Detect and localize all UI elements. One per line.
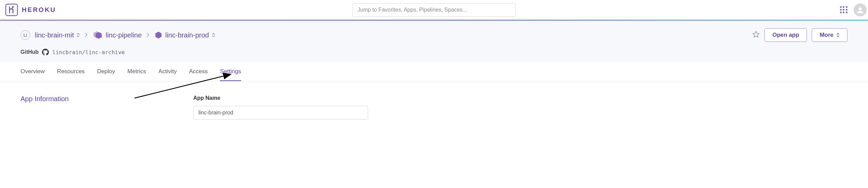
section-title-app-info: App Information	[20, 95, 193, 103]
section-sidebar: App Information	[20, 95, 193, 120]
favorite-star-button[interactable]	[752, 31, 760, 40]
search-input[interactable]	[352, 3, 516, 17]
tab-overview[interactable]: Overview	[20, 62, 45, 81]
more-button[interactable]: More	[812, 28, 848, 42]
app-hexagon-icon	[154, 31, 163, 39]
breadcrumb-org-label: linc-brain-mit	[35, 31, 74, 39]
github-link-row: GitHub lincbrain/linc-archive	[20, 49, 848, 56]
app-name-label: App Name	[193, 95, 848, 101]
global-search	[352, 3, 516, 17]
tab-metrics[interactable]: Metrics	[127, 62, 146, 81]
github-icon	[42, 49, 49, 56]
svg-point-0	[859, 7, 862, 10]
top-navbar: HEROKU	[0, 0, 868, 20]
breadcrumb-pipeline[interactable]: linc-pipeline	[93, 31, 142, 40]
tab-access[interactable]: Access	[189, 62, 208, 81]
header-actions: Open app More	[752, 28, 848, 42]
heroku-logo-icon	[5, 4, 18, 16]
page-header: Li linc-brain-mit linc-pipeline	[0, 21, 868, 62]
tab-activity[interactable]: Activity	[158, 62, 177, 81]
github-label: GitHub	[20, 49, 39, 55]
chevron-sort-icon	[212, 33, 215, 37]
open-app-label: Open app	[772, 32, 799, 38]
chevron-right-icon	[85, 32, 88, 39]
tabs-row: Overview Resources Deploy Metrics Activi…	[0, 62, 868, 81]
org-badge: Li	[20, 30, 30, 40]
heroku-logo[interactable]: HEROKU	[5, 4, 56, 16]
tab-resources[interactable]: Resources	[57, 62, 85, 81]
open-app-button[interactable]: Open app	[765, 28, 807, 42]
heroku-wordmark: HEROKU	[22, 6, 56, 14]
chevron-sort-icon	[836, 33, 840, 37]
app-name-input[interactable]	[193, 106, 368, 120]
chevron-right-icon	[146, 32, 150, 39]
user-avatar[interactable]	[854, 3, 867, 16]
pipeline-icon	[93, 31, 103, 40]
section-body: App Name	[193, 95, 848, 120]
breadcrumb-org[interactable]: linc-brain-mit	[35, 31, 80, 39]
tab-settings[interactable]: Settings	[220, 62, 241, 81]
breadcrumb-pipeline-label: linc-pipeline	[106, 31, 142, 39]
breadcrumb-app[interactable]: linc-brain-prod	[154, 31, 215, 39]
tab-deploy[interactable]: Deploy	[97, 62, 115, 81]
app-switcher-icon[interactable]	[840, 6, 848, 14]
settings-content: App Information App Name	[0, 81, 868, 133]
breadcrumb-row: Li linc-brain-mit linc-pipeline	[20, 28, 848, 42]
breadcrumb-app-label: linc-brain-prod	[165, 31, 209, 39]
chevron-sort-icon	[76, 33, 80, 37]
github-repo-name[interactable]: lincbrain/linc-archive	[52, 49, 125, 56]
more-label: More	[820, 32, 834, 38]
topbar-actions	[840, 3, 863, 16]
breadcrumb: Li linc-brain-mit linc-pipeline	[20, 30, 215, 40]
